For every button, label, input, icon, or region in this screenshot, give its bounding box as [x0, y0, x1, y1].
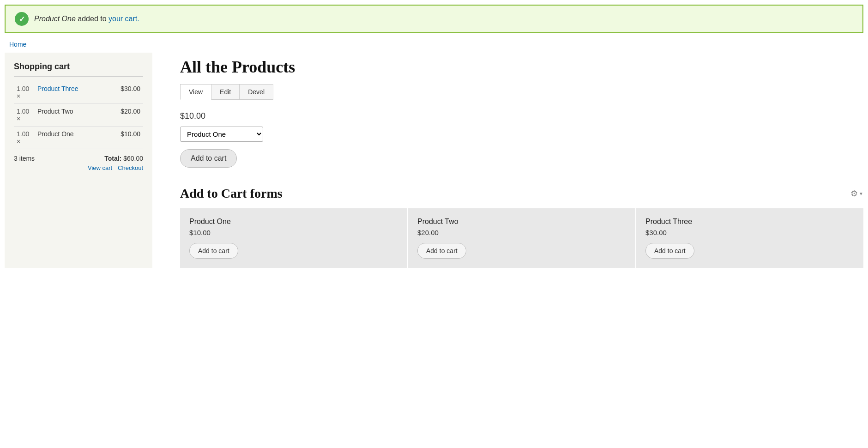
product-select[interactable]: Product One Product Two Product Three [180, 127, 263, 142]
check-icon [15, 12, 29, 26]
tab-devel[interactable]: Devel [239, 84, 273, 100]
cart-price-3: $10.00 [105, 127, 143, 149]
product-card-name-3: Product Three [645, 218, 854, 226]
notification-message: Product One added to your cart. [34, 15, 139, 23]
cart-qty-3: 1.00 × [14, 127, 35, 149]
product-card-1: Product One $10.00 Add to cart [180, 208, 407, 268]
notification-bar: Product One added to your cart. [5, 5, 863, 33]
cart-total-value: $60.00 [123, 155, 143, 162]
forms-section-header: Add to Cart forms ⚙ [180, 186, 863, 201]
cart-product-link-1[interactable]: Product Three [37, 85, 78, 92]
forms-section: Add to Cart forms ⚙ Product One $10.00 A… [180, 186, 863, 268]
notification-text: added to [78, 15, 108, 23]
page-title: All the Products [180, 57, 863, 77]
product-card-price-1: $10.00 [189, 229, 398, 236]
product-card-3: Product Three $30.00 Add to cart [636, 208, 863, 268]
product-card-btn-2[interactable]: Add to cart [417, 243, 466, 259]
main-content: All the Products View Edit Devel $10.00 … [180, 53, 863, 268]
product-cards: Product One $10.00 Add to cart Product T… [180, 208, 863, 268]
tabs: View Edit Devel [180, 84, 863, 100]
shopping-cart-sidebar: Shopping cart 1.00 × Product Three $30.0… [5, 53, 152, 268]
cart-links: View cart Checkout [84, 164, 143, 171]
tab-view[interactable]: View [180, 84, 211, 100]
cart-row-2: 1.00 × Product Two $20.00 [14, 104, 143, 127]
cart-actions: Total: $60.00 View cart Checkout [84, 155, 143, 171]
product-card-name-1: Product One [189, 218, 398, 226]
forms-section-title: Add to Cart forms [180, 186, 283, 201]
product-card-btn-1[interactable]: Add to cart [189, 243, 238, 259]
cart-row-3: 1.00 × Product One $10.00 [14, 127, 143, 149]
cart-table: 1.00 × Product Three $30.00 1.00 × Produ… [14, 81, 143, 149]
cart-items-count: 3 items [14, 155, 35, 162]
product-card-btn-3[interactable]: Add to cart [645, 243, 694, 259]
cart-divider [14, 76, 143, 77]
cart-qty-1: 1.00 × [14, 81, 35, 104]
cart-row-1: 1.00 × Product Three $30.00 [14, 81, 143, 104]
cart-total-label: Total: [104, 155, 121, 162]
product-card-price-3: $30.00 [645, 229, 854, 236]
cart-price-2: $20.00 [105, 104, 143, 127]
cart-product-3: Product One [35, 127, 105, 149]
main-layout: Shopping cart 1.00 × Product Three $30.0… [0, 53, 868, 268]
cart-price-1: $30.00 [105, 81, 143, 104]
view-cart-link[interactable]: View cart [88, 164, 112, 171]
cart-qty-2: 1.00 × [14, 104, 35, 127]
product-price: $10.00 [180, 111, 863, 121]
product-card-2: Product Two $20.00 Add to cart [408, 208, 635, 268]
cart-product-2: Product Two [35, 104, 105, 127]
home-link[interactable]: Home [9, 41, 26, 48]
cart-total: Total: $60.00 [84, 155, 143, 162]
gear-icon[interactable]: ⚙ [850, 188, 863, 199]
notification-cart-link[interactable]: your cart. [108, 15, 139, 23]
add-to-cart-button[interactable]: Add to cart [180, 149, 237, 168]
cart-footer: 3 items Total: $60.00 View cart Checkout [14, 149, 143, 171]
notification-product-name: Product One [34, 15, 76, 23]
tab-edit[interactable]: Edit [211, 84, 240, 100]
cart-product-1: Product Three [35, 81, 105, 104]
product-card-price-2: $20.00 [417, 229, 626, 236]
checkout-link[interactable]: Checkout [118, 164, 143, 171]
cart-title: Shopping cart [14, 62, 143, 72]
product-card-name-2: Product Two [417, 218, 626, 226]
breadcrumb: Home [0, 33, 868, 53]
